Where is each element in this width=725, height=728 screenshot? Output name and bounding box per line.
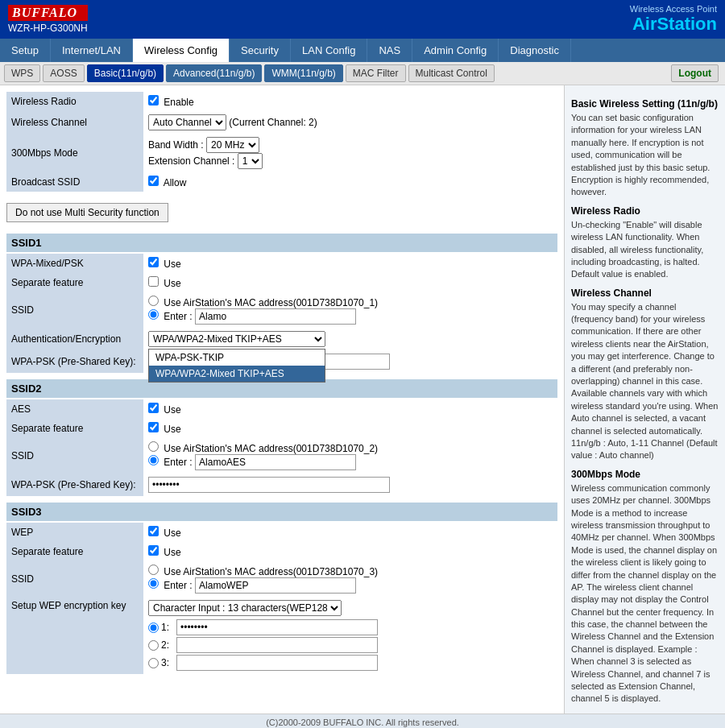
wireless-channel-row: Wireless Channel Auto Channel (Current C… [6,111,557,134]
ssid3-key2-radio[interactable] [148,640,159,651]
subnav-aoss[interactable]: AOSS [43,64,84,82]
no-security-button[interactable]: Do not use Multi Security function [6,203,168,222]
nav-lan-config[interactable]: LAN Config [291,39,367,62]
subnav-wmm[interactable]: WMM(11n/g/b) [264,64,342,82]
ssid3-char-input-row: Character Input : 13 characters(WEP128) [148,600,553,616]
extension-channel-select[interactable]: 1 [238,153,263,169]
broadcast-ssid-value: Allow [143,172,557,192]
ssid3-key3-input[interactable] [176,655,378,671]
ssid1-auth-value[interactable]: WPA/WPA2-Mixed TKIP+AES WPA-PSK-TKIP WPA… [143,328,557,350]
ssid1-enter-radio[interactable] [148,309,159,320]
ssid2-ssid-input[interactable] [195,454,356,470]
ssid3-char-input-select[interactable]: Character Input : 13 characters(WEP128) [148,600,342,616]
ssid1-wpa-checkbox[interactable] [148,257,159,267]
ssid3-enter-label: Enter : [164,580,192,591]
header-right: Wireless Access Point AirStation [630,4,717,35]
nav-admin-config[interactable]: Admin Config [412,39,499,62]
ssid1-auth-option-2[interactable]: WPA/WPA2-Mixed TKIP+AES [149,366,325,382]
main-nav: Setup Internet/LAN Wireless Config Secur… [0,39,725,62]
sidebar-title: Basic Wireless Setting (11n/g/b) [571,98,719,110]
ssid2-enter-option: Enter : [148,454,553,470]
subnav-advanced[interactable]: Advanced(11n/g/b) [166,64,262,82]
sidebar-section-1-text: You may specify a channel (frequency ban… [571,301,719,462]
ssid3-wep-row: WEP Use [6,523,557,542]
subnav-basic[interactable]: Basic(11n/g/b) [87,64,164,82]
ssid3-separate-row: Separate feature Use [6,542,557,561]
ssid3-separate-use: Use [164,547,180,558]
ssid1-enter-label: Enter : [164,311,192,322]
ssid2-separate-row: Separate feature Use [6,419,557,438]
ssid1-psk-label: WPA-PSK (Pre-Shared Key): [6,350,143,373]
air-station-logo: AirStation [630,14,717,35]
wireless-channel-value: Auto Channel (Current Channel: 2) [143,111,557,134]
ssid1-separate-value: Use [143,273,557,292]
wireless-radio-checkbox[interactable] [148,95,159,105]
ssid3-key2-row: 2: [148,637,553,653]
nav-security[interactable]: Security [230,39,291,62]
wireless-channel-label: Wireless Channel [6,111,143,134]
ssid1-wpa-value: Use [143,254,557,273]
ssid1-enter-option: Enter : [148,308,553,325]
ssid2-aes-use: Use [164,404,180,416]
sidebar-intro: You can set basic configuration informat… [571,112,719,199]
ssid3-separate-label: Separate feature [6,542,143,561]
ssid3-enter-radio[interactable] [148,578,159,589]
ssid2-separate-checkbox[interactable] [148,422,159,432]
subnav-mac-filter[interactable]: MAC Filter [346,64,406,82]
content-wrap: Wireless Radio Enable Wireless Channel A… [0,85,725,714]
logo: BUFFALO WZR-HP-G300NH [8,5,88,34]
nav-internet-lan[interactable]: Internet/LAN [51,39,133,62]
ssid3-mac-radio[interactable] [148,565,159,575]
nav-diagnostic[interactable]: Diagnostic [499,39,571,62]
extension-channel-row: Extension Channel : 1 [148,153,553,169]
ssid3-ssid-input[interactable] [195,577,356,594]
ssid2-separate-use: Use [164,424,180,435]
ssid2-enter-radio[interactable] [148,455,159,465]
ssid1-ssid-input[interactable] [195,308,356,325]
ssid2-aes-value: Use [143,399,557,419]
nav-setup[interactable]: Setup [0,39,51,62]
ssid1-separate-checkbox[interactable] [148,276,159,287]
ssid2-aes-label: AES [6,399,143,419]
nav-wireless-config[interactable]: Wireless Config [133,39,230,62]
ssid1-auth-option-1[interactable]: WPA-PSK-TKIP [149,350,325,366]
ssid2-psk-input[interactable] [148,477,390,493]
ssid3-key3-radio[interactable] [148,658,159,668]
ssid3-separate-checkbox[interactable] [148,545,159,556]
subnav-wps[interactable]: WPS [4,64,40,82]
ssid2-aes-checkbox[interactable] [148,403,159,413]
band-width-select[interactable]: 20 MHz [206,137,259,153]
ssid3-mac-option: Use AirStation's MAC address(001D738D107… [148,565,553,577]
broadcast-ssid-row: Broadcast SSID Allow [6,172,557,192]
ssid3-key1-row: 1: [148,619,553,635]
nav-nas[interactable]: NAS [367,39,412,62]
ssid2-psk-value [143,474,557,496]
ssid1-mac-radio[interactable] [148,296,159,306]
ssid2-mac-radio[interactable] [148,441,159,452]
band-width-row: Band Width : 20 MHz [148,137,553,153]
wireless-channel-select[interactable]: Auto Channel [148,114,226,130]
broadcast-ssid-checkbox[interactable] [148,176,159,186]
logout-link[interactable]: Logout [671,64,719,82]
ssid2-separate-value: Use [143,419,557,438]
ssid3-key1-radio[interactable] [148,623,159,633]
ssid3-header: SSID3 [6,503,557,521]
ssid2-separate-label: Separate feature [6,419,143,438]
ssid3-key1-input[interactable] [176,619,378,635]
footer: (C)2000-2009 BUFFALO INC. All rights res… [0,714,725,728]
ssid2-enter-label: Enter : [164,457,192,468]
wireless-radio-table: Wireless Radio Enable Wireless Channel A… [6,92,557,192]
ssid1-mac-option: Use AirStation's MAC address(001D738D107… [148,296,553,308]
ssid3-wep-checkbox[interactable] [148,526,159,536]
ssid2-table: AES Use Separate feature Use SSID [6,399,557,496]
ssid1-auth-row: Authentication/Encryption WPA/WPA2-Mixed… [6,328,557,350]
extension-channel-label: Extension Channel : [148,155,234,167]
ssid1-separate-row: Separate feature Use [6,273,557,292]
subnav-multicast[interactable]: Multicast Control [408,64,495,82]
ssid3-key2-input[interactable] [176,637,378,653]
ssid3-enter-option: Enter : [148,577,553,594]
ssid1-auth-dropdown[interactable]: WPA/WPA2-Mixed TKIP+AES WPA-PSK-TKIP WPA… [148,331,325,347]
ssid1-auth-select[interactable]: WPA/WPA2-Mixed TKIP+AES [148,331,325,347]
sub-nav: WPS AOSS Basic(11n/g/b) Advanced(11n/g/b… [0,62,725,85]
sidebar-section-2-text: Wireless communication commonly uses 20M… [571,482,719,705]
